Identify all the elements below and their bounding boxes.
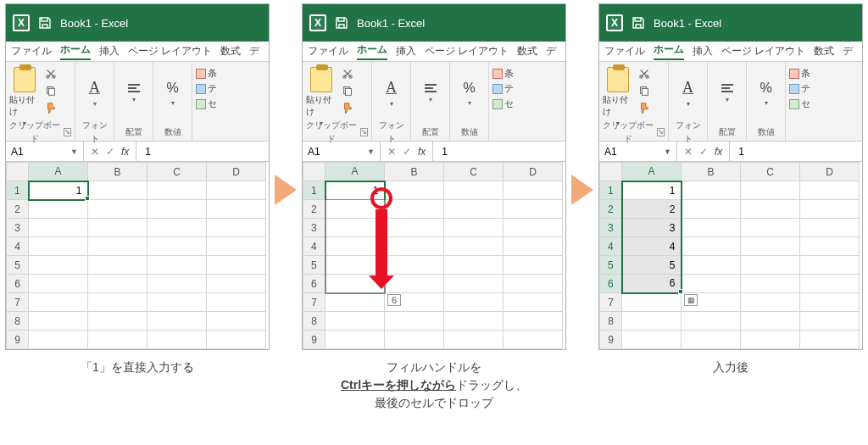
number-format-icon[interactable]: % bbox=[463, 81, 475, 96]
enter-icon[interactable]: ✓ bbox=[699, 146, 708, 158]
cut-icon[interactable] bbox=[637, 67, 652, 81]
col-header-a[interactable]: A bbox=[326, 163, 385, 181]
col-header-d[interactable]: D bbox=[207, 163, 266, 181]
ribbon-tabs: ファイル ホーム 挿入 ページ レイアウト 数式 デ bbox=[599, 42, 862, 62]
copy-icon[interactable] bbox=[43, 84, 58, 97]
fx-icon[interactable]: fx bbox=[121, 146, 129, 158]
tab-page-layout[interactable]: ページ レイアウト bbox=[425, 44, 509, 58]
drag-arrow-icon bbox=[376, 209, 387, 277]
font-color-icon[interactable]: A bbox=[386, 79, 397, 97]
alignment-icon[interactable] bbox=[425, 84, 437, 92]
fx-icon[interactable]: fx bbox=[418, 146, 426, 158]
alignment-icon[interactable] bbox=[128, 84, 140, 92]
cancel-icon[interactable]: ✕ bbox=[91, 146, 99, 158]
cancel-icon[interactable]: ✕ bbox=[684, 146, 693, 158]
tab-data-truncated[interactable]: デ bbox=[546, 44, 556, 58]
col-header-b[interactable]: B bbox=[88, 163, 147, 181]
save-icon[interactable] bbox=[632, 16, 645, 30]
col-header-c[interactable]: C bbox=[741, 163, 800, 181]
col-header-c[interactable]: C bbox=[444, 163, 504, 181]
fill-handle[interactable] bbox=[678, 289, 683, 294]
tab-data-truncated[interactable]: デ bbox=[843, 44, 853, 58]
copy-icon[interactable] bbox=[340, 84, 355, 97]
format-as-table-button[interactable]: テ bbox=[492, 82, 514, 95]
dialog-launcher-icon[interactable]: ↘ bbox=[360, 128, 368, 136]
chevron-down-icon[interactable]: ▼ bbox=[367, 147, 375, 156]
tab-file[interactable]: ファイル bbox=[11, 44, 52, 58]
titlebar: X Book1 - Excel bbox=[303, 4, 565, 42]
fx-icon[interactable]: fx bbox=[715, 146, 722, 158]
dialog-launcher-icon[interactable]: ↘ bbox=[657, 128, 665, 136]
cell-a1[interactable]: 1 bbox=[622, 181, 682, 200]
caption-1: 「1」を直接入力する bbox=[81, 359, 194, 376]
col-header-d[interactable]: D bbox=[800, 163, 860, 181]
tab-insert[interactable]: 挿入 bbox=[396, 44, 416, 58]
excel-logo-icon: X bbox=[606, 14, 623, 31]
tab-home[interactable]: ホーム bbox=[357, 42, 387, 60]
clipboard-icon bbox=[607, 67, 629, 92]
cell-styles-button[interactable]: セ bbox=[196, 97, 217, 110]
tab-insert[interactable]: 挿入 bbox=[693, 44, 713, 58]
font-color-icon[interactable]: A bbox=[682, 79, 693, 97]
format-as-table-button[interactable]: テ bbox=[196, 82, 217, 95]
tab-formulas[interactable]: 数式 bbox=[220, 44, 241, 58]
format-painter-icon[interactable] bbox=[43, 101, 58, 114]
chevron-down-icon[interactable]: ▼ bbox=[664, 147, 671, 156]
tab-insert[interactable]: 挿入 bbox=[99, 44, 120, 58]
tab-page-layout[interactable]: ページ レイアウト bbox=[721, 44, 805, 58]
number-format-icon[interactable]: % bbox=[166, 81, 178, 96]
col-header-a[interactable]: A bbox=[622, 163, 682, 181]
number-format-icon[interactable]: % bbox=[760, 81, 771, 96]
formula-value[interactable]: 1 bbox=[730, 142, 862, 161]
tab-page-layout[interactable]: ページ レイアウト bbox=[128, 44, 212, 58]
tab-data-truncated[interactable]: デ bbox=[249, 44, 259, 58]
step-arrow-icon bbox=[571, 175, 593, 205]
save-icon[interactable] bbox=[38, 16, 52, 30]
ribbon-tabs: ファイル ホーム 挿入 ページ レイアウト 数式 デ bbox=[6, 42, 269, 62]
tab-file[interactable]: ファイル bbox=[308, 44, 348, 58]
enter-icon[interactable]: ✓ bbox=[106, 146, 114, 158]
cell-styles-button[interactable]: セ bbox=[492, 97, 514, 110]
tab-home[interactable]: ホーム bbox=[60, 42, 91, 60]
enter-icon[interactable]: ✓ bbox=[403, 146, 411, 158]
tab-formulas[interactable]: 数式 bbox=[517, 44, 537, 58]
col-header-d[interactable]: D bbox=[504, 163, 563, 181]
format-painter-icon[interactable] bbox=[340, 101, 355, 114]
tab-home[interactable]: ホーム bbox=[654, 42, 684, 60]
col-header-a[interactable]: A bbox=[29, 163, 88, 181]
autofill-options-button[interactable]: ▦ bbox=[684, 294, 698, 306]
copy-icon[interactable] bbox=[637, 84, 652, 97]
step-arrow-icon bbox=[275, 175, 297, 205]
col-header-c[interactable]: C bbox=[147, 163, 207, 181]
conditional-formatting-button[interactable]: 条 bbox=[789, 67, 810, 80]
svg-rect-11 bbox=[642, 88, 648, 95]
save-icon[interactable] bbox=[335, 16, 348, 30]
dialog-launcher-icon[interactable]: ↘ bbox=[64, 128, 71, 136]
col-header-b[interactable]: B bbox=[385, 163, 444, 181]
formula-value[interactable]: 1 bbox=[433, 142, 565, 161]
tab-formulas[interactable]: 数式 bbox=[814, 44, 834, 58]
clipboard-icon bbox=[14, 67, 36, 92]
grid-area[interactable]: A B C D 11 22 33 44 55 66 7 8 9 ▦ bbox=[599, 162, 862, 349]
cell-styles-button[interactable]: セ bbox=[789, 97, 810, 110]
tab-file[interactable]: ファイル bbox=[604, 44, 645, 58]
select-all-corner[interactable] bbox=[303, 163, 326, 181]
cancel-icon[interactable]: ✕ bbox=[387, 146, 396, 158]
fill-handle[interactable] bbox=[85, 196, 90, 201]
select-all-corner[interactable] bbox=[7, 163, 29, 181]
col-header-b[interactable]: B bbox=[682, 163, 741, 181]
font-color-icon[interactable]: A bbox=[89, 79, 100, 97]
alignment-icon[interactable] bbox=[721, 84, 733, 92]
chevron-down-icon[interactable]: ▼ bbox=[70, 147, 78, 156]
conditional-formatting-button[interactable]: 条 bbox=[196, 67, 217, 80]
select-all-corner[interactable] bbox=[600, 163, 622, 181]
cut-icon[interactable] bbox=[43, 67, 58, 81]
grid-area[interactable]: A B C D 11 2 3 4 5 6 7 8 9 bbox=[6, 162, 269, 349]
cell-a1[interactable]: 1 bbox=[29, 181, 88, 200]
grid-area[interactable]: A B C D 11 2 3 4 5 6 7 8 9 6 bbox=[303, 162, 565, 349]
conditional-formatting-button[interactable]: 条 bbox=[492, 67, 514, 80]
formula-value[interactable]: 1 bbox=[136, 142, 269, 161]
format-painter-icon[interactable] bbox=[637, 101, 652, 114]
format-as-table-button[interactable]: テ bbox=[789, 82, 810, 95]
cut-icon[interactable] bbox=[340, 67, 355, 81]
